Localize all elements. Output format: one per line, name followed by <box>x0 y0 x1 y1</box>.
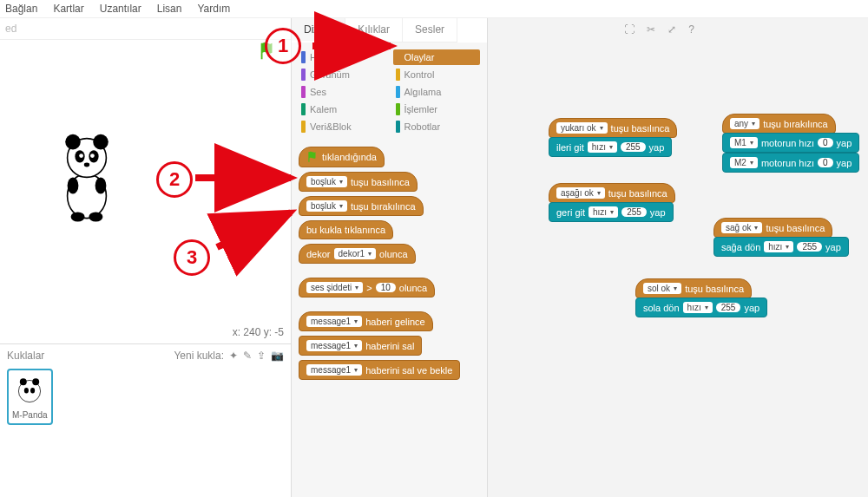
script-down[interactable]: aşağı oktuşu basılınca geri githızı255ya… <box>549 183 675 222</box>
block-msg-recv[interactable]: message1haberi gelince <box>299 311 433 331</box>
svg-point-17 <box>30 388 35 393</box>
script-canvas[interactable]: ⛶ ✂ ⤢ ? yukarı oktuşu basılınca ileri gi… <box>488 18 868 497</box>
category-veri&blok[interactable]: Veri&Blok <box>299 119 386 134</box>
categories: HareketGörünümSesKalemVeri&Blok OlaylarK… <box>292 43 487 136</box>
script-release[interactable]: anytuşu bırakılınca M1motorun hızı0yap M… <box>722 114 859 173</box>
stage: ed x: 240 y: -5 <box>0 18 291 343</box>
paint-sprite-icon[interactable]: ✎ <box>243 350 252 362</box>
block-msg-broadcast[interactable]: message1haberini sal <box>299 336 422 356</box>
sprite-name: M-Panda <box>12 410 48 420</box>
expand-icon[interactable]: ⤢ <box>667 23 676 36</box>
category-hareket[interactable]: Hareket <box>299 49 386 65</box>
block-key-pressed[interactable]: boşluktuşu basılınca <box>299 172 418 192</box>
svg-point-2 <box>65 134 81 150</box>
tab-scripts[interactable]: Diziler <box>292 18 345 43</box>
block-palette: tıklandığında boşluktuşu basılınca boşlu… <box>292 141 487 394</box>
stage-coords: x: 240 y: -5 <box>233 326 284 338</box>
category-olaylar[interactable]: Olaylar <box>393 49 481 65</box>
menubar: Bağlan Kartlar Uzantılar Lisan Yardım <box>0 0 868 18</box>
shrink-icon[interactable]: ✂ <box>647 23 655 36</box>
svg-point-3 <box>93 134 108 150</box>
svg-point-12 <box>89 212 102 221</box>
upload-sprite-icon[interactable]: ⇪ <box>257 350 266 362</box>
canvas-tools: ⛶ ✂ ⤢ ? <box>624 23 694 36</box>
menu-item[interactable]: Bağlan <box>5 3 37 15</box>
menu-item[interactable]: Lisan <box>157 3 182 15</box>
svg-point-15 <box>32 378 39 385</box>
help-icon[interactable]: ? <box>688 23 694 36</box>
category-i̇şlemler[interactable]: İşlemler <box>393 101 481 117</box>
left-panel: ed x: 240 y: -5 Kuklalar Yeni kukla: <box>0 18 292 497</box>
svg-point-7 <box>90 154 95 158</box>
blocks-panel: Diziler Kılıklar Sesler HareketGörünümSe… <box>292 18 488 497</box>
choose-sprite-icon[interactable]: ✦ <box>229 350 238 362</box>
sprite-card[interactable]: M-Panda <box>7 369 53 425</box>
category-kontrol[interactable]: Kontrol <box>393 67 481 82</box>
svg-point-8 <box>84 163 89 167</box>
script-up[interactable]: yukarı oktuşu basılınca ileri githızı255… <box>549 118 677 157</box>
category-görünüm[interactable]: Görünüm <box>299 67 386 82</box>
block-loudness[interactable]: ses şiddeti>10olunca <box>299 278 435 298</box>
block-key-released[interactable]: boşluktuşu bırakılınca <box>299 196 424 216</box>
tabs: Diziler Kılıklar Sesler <box>292 18 487 43</box>
stamp-icon[interactable]: ⛶ <box>624 23 635 36</box>
block-when-flag[interactable]: tıklandığında <box>299 147 385 167</box>
menu-item[interactable]: Yardım <box>197 3 230 15</box>
tab-costumes[interactable]: Kılıklar <box>345 18 403 43</box>
menu-item[interactable]: Kartlar <box>53 3 83 15</box>
svg-point-6 <box>79 154 83 158</box>
new-sprite-label: Yeni kukla: <box>174 350 224 362</box>
stage-header: ed <box>0 18 291 40</box>
svg-point-9 <box>68 177 79 193</box>
script-left[interactable]: sol oktuşu basılınca sola dönhızı255yap <box>635 278 767 317</box>
green-flag-icon[interactable] <box>258 42 277 61</box>
svg-point-10 <box>95 177 107 193</box>
menu-item[interactable]: Uzantılar <box>100 3 141 15</box>
category-kalem[interactable]: Kalem <box>299 101 386 117</box>
block-msg-broadcast-wait[interactable]: message1haberini sal ve bekle <box>299 360 460 380</box>
category-ses[interactable]: Ses <box>299 84 386 100</box>
svg-point-16 <box>24 388 29 393</box>
sprites-panel: Kuklalar Yeni kukla: ✦ ✎ ⇪ 📷 M-Panda <box>0 343 291 497</box>
category-robotlar[interactable]: Robotlar <box>393 119 481 134</box>
camera-sprite-icon[interactable]: 📷 <box>271 350 284 362</box>
block-sprite-clicked[interactable]: bu kukla tıklanınca <box>299 220 393 239</box>
svg-point-11 <box>71 212 85 221</box>
tab-sounds[interactable]: Sesler <box>403 18 457 43</box>
category-algılama[interactable]: Algılama <box>393 84 481 100</box>
svg-point-14 <box>20 378 27 385</box>
script-right[interactable]: sağ oktuşu basılınca sağa dönhızı255yap <box>713 218 849 257</box>
sprites-title: Kuklalar <box>7 350 44 362</box>
block-backdrop-switch[interactable]: dekordekor1olunca <box>299 244 416 264</box>
stage-sprite-panda[interactable] <box>52 131 122 226</box>
